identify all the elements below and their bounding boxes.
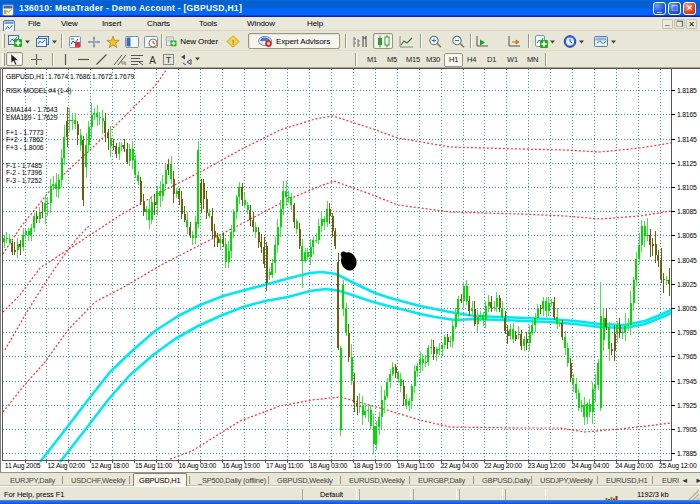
svg-text:GBPUSD,H1 1.7674 1.7686 1.767: GBPUSD,H1 1.7674 1.7686 1.7672 1.7679: [6, 73, 134, 80]
svg-text:11 Aug 2005: 11 Aug 2005: [5, 462, 41, 470]
svg-text:24 Aug 20:00: 24 Aug 20:00: [615, 462, 653, 470]
svg-text:T: T: [166, 55, 172, 65]
svg-text:1.7885: 1.7885: [677, 450, 697, 457]
svg-text:23 Aug 12:00: 23 Aug 12:00: [528, 462, 566, 470]
svg-text:F-2 - 1.7396: F-2 - 1.7396: [6, 169, 42, 176]
svg-text:17 Aug 11:00: 17 Aug 11:00: [266, 462, 304, 470]
svg-text:F+3 - 1.8006: F+3 - 1.8006: [6, 144, 44, 151]
svg-text:12 Aug 02:00: 12 Aug 02:00: [47, 462, 85, 470]
svg-text:16 Aug 19:00: 16 Aug 19:00: [222, 462, 260, 470]
svg-text:1.8085: 1.8085: [677, 208, 697, 215]
svg-text:1.8005: 1.8005: [677, 305, 697, 312]
svg-text:F-3 - 1.7252: F-3 - 1.7252: [6, 177, 42, 184]
svg-text:15 Aug 11:00: 15 Aug 11:00: [135, 462, 173, 470]
svg-text:1.7985: 1.7985: [677, 329, 697, 336]
svg-text:1.8165: 1.8165: [677, 111, 697, 118]
svg-text:EMA144 - 1.7643: EMA144 - 1.7643: [6, 106, 58, 113]
svg-text:1.8125: 1.8125: [677, 160, 697, 167]
svg-text:1.7905: 1.7905: [677, 426, 697, 433]
svg-text:1.8045: 1.8045: [677, 257, 697, 264]
svg-text:1.8185: 1.8185: [677, 87, 697, 94]
svg-text:18 Aug 03:00: 18 Aug 03:00: [309, 462, 347, 470]
svg-text:F+1 - 1.7773: F+1 - 1.7773: [6, 129, 44, 136]
svg-text:F-1 - 1.7485: F-1 - 1.7485: [6, 162, 42, 169]
svg-text:%: %: [121, 60, 127, 66]
svg-text:19 Aug 11:00: 19 Aug 11:00: [397, 462, 435, 470]
svg-text:F+2 - 1.7862: F+2 - 1.7862: [6, 136, 44, 143]
svg-text:A: A: [149, 54, 156, 65]
svg-text:22 Aug 04:00: 22 Aug 04:00: [440, 462, 478, 470]
svg-text:1.8065: 1.8065: [677, 232, 697, 239]
svg-text:EMA169 - 1.7629: EMA169 - 1.7629: [6, 114, 58, 121]
svg-text:1.7925: 1.7925: [677, 402, 697, 409]
svg-text:RISK MODEL #4 (1-4): RISK MODEL #4 (1-4): [6, 87, 71, 95]
svg-text:25 Aug 12:00: 25 Aug 12:00: [659, 462, 697, 470]
svg-text:12 Aug 18:00: 12 Aug 18:00: [91, 462, 129, 470]
svg-text:!: !: [232, 38, 234, 47]
svg-text:22 Aug 20:00: 22 Aug 20:00: [484, 462, 522, 470]
svg-text:24 Aug 04:00: 24 Aug 04:00: [571, 462, 609, 470]
svg-text:1.8025: 1.8025: [677, 281, 697, 288]
svg-text:16 Aug 03:00: 16 Aug 03:00: [178, 462, 216, 470]
svg-text:1.7945: 1.7945: [677, 378, 697, 385]
svg-text:1.8145: 1.8145: [677, 136, 697, 143]
svg-text:1.8105: 1.8105: [677, 184, 697, 191]
svg-text:18 Aug 19:00: 18 Aug 19:00: [353, 462, 391, 470]
svg-text:1.7965: 1.7965: [677, 353, 697, 360]
